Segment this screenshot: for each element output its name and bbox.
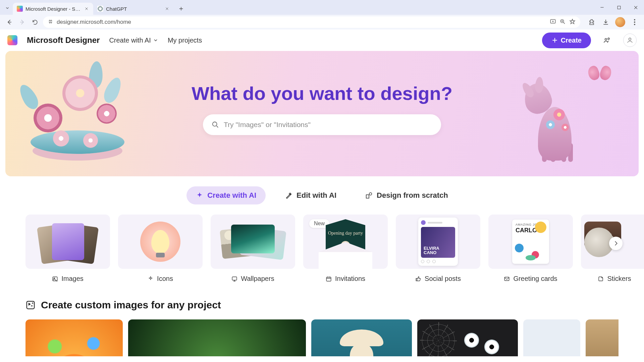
downloads-button[interactable] xyxy=(601,17,610,27)
social-card-name: ELVIRA CANO xyxy=(424,246,452,255)
gallery-tile[interactable] xyxy=(25,319,123,356)
category-label: Greeting cards xyxy=(513,275,557,283)
svg-point-3 xyxy=(605,39,607,41)
site-info-icon[interactable] xyxy=(48,19,53,26)
mode-label: Create with AI xyxy=(207,191,256,200)
install-app-icon[interactable] xyxy=(550,18,556,26)
extensions-button[interactable] xyxy=(587,17,596,27)
arrow-left-icon xyxy=(6,19,13,25)
window-controls xyxy=(594,0,644,15)
section-custom-images: Create custom images for any project xyxy=(5,299,639,356)
gallery-tile[interactable] xyxy=(417,319,518,356)
browser-tab-active[interactable]: Microsoft Designer - Stunning … xyxy=(13,3,93,15)
mail-icon xyxy=(504,276,510,282)
mode-edit-with-ai[interactable]: Edit with AI xyxy=(276,186,346,204)
generate-icon xyxy=(25,300,36,310)
svg-rect-15 xyxy=(27,301,35,309)
svg-point-5 xyxy=(629,38,631,40)
category-thumb xyxy=(25,215,110,269)
section-title: Create custom images for any project xyxy=(41,299,221,311)
category-label: Stickers xyxy=(607,275,631,283)
hero-banner: What do you want to design? xyxy=(5,51,639,176)
mode-design-from-scratch[interactable]: Design from scratch xyxy=(356,186,458,204)
profile-avatar[interactable] xyxy=(615,17,625,27)
category-thumb xyxy=(118,215,203,269)
carousel-next-button[interactable] xyxy=(609,237,623,250)
tab-strip: Microsoft Designer - Stunning … ChatGPT xyxy=(0,0,644,15)
nav-label: Create with AI xyxy=(109,37,151,44)
chevron-right-icon xyxy=(613,240,619,246)
category-card-wallpapers[interactable]: Wallpapers xyxy=(211,215,295,283)
gallery-tile[interactable] xyxy=(586,319,619,356)
svg-rect-11 xyxy=(232,277,237,280)
share-button[interactable] xyxy=(600,34,614,47)
people-icon xyxy=(603,37,611,44)
svg-rect-12 xyxy=(326,277,331,281)
account-button[interactable] xyxy=(623,34,637,47)
create-button[interactable]: Create xyxy=(542,33,591,48)
close-icon[interactable] xyxy=(164,6,170,11)
toolbar-actions xyxy=(587,17,639,27)
category-label: Icons xyxy=(157,275,173,283)
maximize-button[interactable] xyxy=(610,0,627,15)
image-icon xyxy=(52,276,58,282)
svg-rect-9 xyxy=(53,277,57,281)
tab-title: ChatGPT xyxy=(106,6,162,12)
nav-create-with-ai[interactable]: Create with AI xyxy=(109,37,158,44)
wand-icon xyxy=(285,192,292,199)
category-card-images[interactable]: Images xyxy=(25,215,110,283)
tab-search-button[interactable] xyxy=(3,4,11,12)
category-card-greeting-cards[interactable]: AMAZING JOB CARLOS Greeting cards xyxy=(488,215,573,283)
calendar-icon xyxy=(326,276,332,282)
app-logo-icon[interactable] xyxy=(7,35,17,45)
puzzle-icon xyxy=(588,19,595,25)
category-thumb xyxy=(211,215,295,269)
invite-title: Opening day party xyxy=(328,231,363,236)
gallery-tile[interactable] xyxy=(311,319,412,356)
reload-icon xyxy=(32,19,38,25)
gallery-tile[interactable] xyxy=(523,319,580,356)
app-brand[interactable]: Microsoft Designer xyxy=(27,36,100,45)
person-icon xyxy=(627,37,633,44)
search-bar[interactable] xyxy=(203,114,441,135)
mode-create-with-ai[interactable]: Create with AI xyxy=(186,186,266,204)
category-card-icons[interactable]: Icons xyxy=(118,215,203,283)
mode-label: Design from scratch xyxy=(377,191,448,200)
category-thumb: AMAZING JOB CARLOS xyxy=(488,215,573,269)
new-tab-button[interactable] xyxy=(176,3,186,14)
forward-button[interactable] xyxy=(17,17,27,27)
zoom-icon[interactable] xyxy=(559,18,566,26)
close-window-button[interactable] xyxy=(627,0,644,15)
category-card-invitations[interactable]: New Opening day party29 Invitations xyxy=(303,215,388,283)
browser-tab[interactable]: ChatGPT xyxy=(93,3,174,15)
download-icon xyxy=(602,19,609,25)
category-thumb: New Opening day party29 xyxy=(303,215,388,269)
nav-my-projects[interactable]: My projects xyxy=(168,37,202,44)
category-thumb: ELVIRA CANO xyxy=(396,215,480,269)
search-input[interactable] xyxy=(224,121,432,129)
create-button-label: Create xyxy=(561,37,582,44)
app-header: Microsoft Designer Create with AI My pro… xyxy=(0,29,644,51)
back-button[interactable] xyxy=(5,17,14,27)
tab-title: Microsoft Designer - Stunning … xyxy=(25,6,81,12)
category-label: Social posts xyxy=(425,275,461,283)
shapes-icon xyxy=(365,192,373,199)
sparkle-icon xyxy=(148,276,154,282)
chevron-down-icon xyxy=(153,38,158,43)
minimize-button[interactable] xyxy=(594,0,610,15)
gallery-row xyxy=(25,319,619,356)
browser-chrome: Microsoft Designer - Stunning … ChatGPT xyxy=(0,0,644,29)
svg-rect-13 xyxy=(416,278,417,281)
plus-icon xyxy=(178,6,184,11)
category-card-social-posts[interactable]: ELVIRA CANO Social posts xyxy=(396,215,480,283)
gallery-tile[interactable] xyxy=(128,319,306,356)
hero-title: What do you want to design? xyxy=(192,82,452,104)
reload-button[interactable] xyxy=(30,17,40,27)
category-label: Invitations xyxy=(335,275,365,283)
close-icon[interactable] xyxy=(84,6,89,11)
bookmark-icon[interactable] xyxy=(569,18,576,26)
plus-icon xyxy=(551,37,558,44)
category-carousel: Images Icons Wallpapers New Opening day … xyxy=(5,215,639,283)
browser-menu-button[interactable] xyxy=(630,17,639,27)
address-bar[interactable]: designer.microsoft.com/home xyxy=(43,16,580,28)
